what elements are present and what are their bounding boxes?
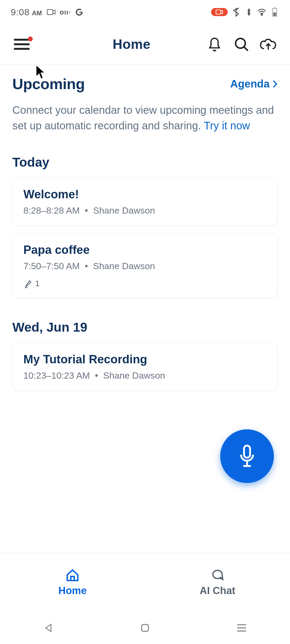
cloud-upload-button[interactable] <box>259 35 278 54</box>
status-time-ampm: AM <box>32 9 42 17</box>
agenda-link-label: Agenda <box>230 78 270 90</box>
highlighter-icon <box>23 278 32 288</box>
audio-level-icon: oıı· <box>61 8 70 16</box>
app-bar: Home <box>0 24 290 64</box>
upcoming-title: Upcoming <box>12 75 85 93</box>
nav-back-button[interactable] <box>40 620 56 636</box>
status-right <box>211 8 279 16</box>
data-sync-icon <box>244 8 253 16</box>
nav-home-button[interactable] <box>137 620 153 636</box>
recording-time: 7:50–7:50 AM <box>23 261 80 271</box>
search-button[interactable] <box>232 35 251 54</box>
svg-rect-5 <box>273 13 276 16</box>
svg-rect-11 <box>244 446 250 458</box>
google-icon <box>75 8 84 16</box>
wifi-icon <box>257 8 266 16</box>
svg-rect-1 <box>216 10 220 14</box>
home-icon <box>66 568 79 582</box>
try-it-now-link[interactable]: Try it now <box>204 120 250 131</box>
agenda-link[interactable]: Agenda <box>230 78 278 90</box>
system-nav-bar <box>0 612 290 644</box>
status-left: 9:08 AM oıı· <box>11 7 84 17</box>
bluetooth-icon <box>231 8 241 16</box>
microphone-icon <box>238 444 256 468</box>
recording-owner: Shane Dawson <box>103 370 165 380</box>
status-time: 9:08 AM <box>11 7 42 17</box>
section-heading-today: Today <box>12 155 278 170</box>
svg-line-10 <box>244 47 248 51</box>
recording-meta: 8:28–8:28 AM • Shane Dawson <box>23 205 267 216</box>
recording-owner: Shane Dawson <box>93 261 155 271</box>
meta-separator: • <box>82 205 93 215</box>
recording-time: 10:23–10:23 AM <box>23 370 90 380</box>
recording-highlights: 1 <box>23 278 267 288</box>
recording-meta: 10:23–10:23 AM • Shane Dawson <box>23 370 267 381</box>
tab-home[interactable]: Home <box>0 553 145 612</box>
meta-separator: • <box>82 261 93 271</box>
recording-title: Welcome! <box>23 188 267 201</box>
recording-title: Papa coffee <box>23 243 267 257</box>
notifications-button[interactable] <box>205 35 224 54</box>
svg-point-2 <box>261 14 263 16</box>
menu-notification-dot-icon <box>28 36 33 41</box>
chat-sparkle-icon <box>211 568 224 582</box>
tab-home-label: Home <box>58 585 87 597</box>
recording-owner: Shane Dawson <box>93 205 155 215</box>
section-heading-date: Wed, Jun 19 <box>12 320 278 335</box>
svg-point-9 <box>235 38 245 48</box>
recording-card[interactable]: Welcome! 8:28–8:28 AM • Shane Dawson <box>12 178 278 226</box>
battery-icon <box>270 8 279 16</box>
tab-ai-chat[interactable]: AI Chat <box>145 553 290 612</box>
screen-record-indicator-icon <box>211 8 228 16</box>
meta-separator: • <box>92 370 103 380</box>
highlight-count: 1 <box>35 279 40 288</box>
recording-time: 8:28–8:28 AM <box>23 205 80 215</box>
content-area: Upcoming Agenda Connect your calendar to… <box>0 64 290 553</box>
bottom-tab-bar: Home AI Chat <box>0 553 290 612</box>
upcoming-header-row: Upcoming Agenda <box>12 75 278 93</box>
svg-rect-14 <box>142 624 148 631</box>
recording-meta: 7:50–7:50 AM • Shane Dawson <box>23 261 267 271</box>
recording-title: My Tutorial Recording <box>23 353 267 366</box>
status-time-value: 9:08 <box>11 7 30 17</box>
page-title: Home <box>66 36 197 52</box>
recording-card[interactable]: Papa coffee 7:50–7:50 AM • Shane Dawson … <box>12 233 278 298</box>
record-fab-button[interactable] <box>220 429 274 483</box>
svg-rect-0 <box>47 10 53 15</box>
menu-button[interactable] <box>12 35 31 54</box>
calendar-connect-promo: Connect your calendar to view upcoming m… <box>12 102 278 133</box>
chevron-right-icon <box>272 80 278 88</box>
camera-indicator-icon <box>47 8 56 16</box>
status-bar: 9:08 AM oıı· <box>0 0 290 24</box>
nav-recents-button[interactable] <box>234 620 250 636</box>
recording-card[interactable]: My Tutorial Recording 10:23–10:23 AM • S… <box>12 343 278 391</box>
tab-ai-chat-label: AI Chat <box>200 585 235 597</box>
